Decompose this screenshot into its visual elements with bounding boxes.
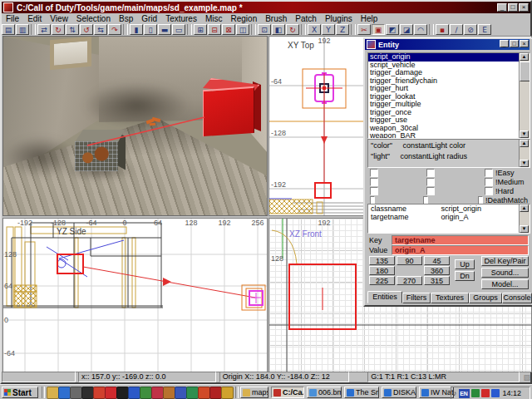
angle-down-button[interactable]: Dn	[455, 271, 475, 281]
angle-180-button[interactable]: 180	[369, 266, 395, 275]
selected-brush-xy[interactable]	[315, 183, 331, 198]
free-rotate-button[interactable]: ↻	[286, 24, 299, 35]
menu-view[interactable]: View	[46, 14, 72, 23]
tray-icon-1[interactable]	[471, 389, 480, 397]
quicklaunch-icon-11[interactable]	[163, 387, 175, 399]
edge-mode-button[interactable]: ∕	[450, 24, 463, 35]
clipper-button[interactable]: ▣	[372, 24, 385, 35]
camera-viewport-3d[interactable]	[2, 36, 268, 216]
menu-plugins[interactable]: Plugins	[321, 14, 357, 23]
angle-315-button[interactable]: 315	[424, 276, 450, 285]
csg-wireframe-button[interactable]: ◫	[236, 24, 249, 35]
crate-brush-xy[interactable]	[269, 200, 313, 214]
tab-entities[interactable]: Entities	[367, 291, 402, 303]
scroll-up-icon[interactable]: ▲	[520, 140, 529, 147]
axis-x-button[interactable]: X	[308, 24, 321, 35]
spawnflag-checkbox[interactable]	[426, 178, 435, 186]
menu-misc[interactable]: Misc	[201, 14, 227, 23]
quicklaunch-icon-1[interactable]	[47, 387, 59, 399]
key-value-list[interactable]: classname script_origin targetname origi…	[367, 204, 530, 234]
cubic-clip-button[interactable]: ◧	[272, 24, 285, 35]
del-keypair-button[interactable]: Del Key/Pair	[481, 256, 529, 266]
tray-icon-2[interactable]	[481, 389, 490, 397]
spawnflag-checkbox[interactable]	[426, 187, 435, 195]
language-indicator[interactable]: EN	[459, 389, 470, 398]
quicklaunch-icon-4[interactable]	[81, 387, 94, 399]
menu-patch[interactable]: Patch	[291, 14, 321, 23]
selected-brush-yz[interactable]	[57, 254, 83, 273]
quicklaunch-icon-13[interactable]	[186, 387, 199, 399]
quicklaunch-icon-16[interactable]	[221, 387, 234, 399]
menu-selection[interactable]: Selection	[72, 14, 115, 23]
menu-edit[interactable]: Edit	[23, 14, 46, 23]
title-bar[interactable]: C:/Call of Duty/Tools/game/main/maps/sd_…	[2, 2, 530, 13]
quicklaunch-icon-12[interactable]	[175, 387, 187, 399]
menu-file[interactable]: File	[2, 14, 23, 23]
menu-textures[interactable]: Textures	[161, 14, 201, 23]
class-list-scrollbar[interactable]: ▲ ▼	[519, 53, 530, 138]
model-button[interactable]: Model...	[481, 279, 529, 289]
axis-y-button[interactable]: Y	[322, 24, 335, 35]
scroll-down-icon[interactable]: ▼	[520, 160, 529, 167]
flip-x-button[interactable]: ⇄	[37, 24, 51, 35]
csg-subtract-button[interactable]: ⊟	[208, 24, 221, 35]
axis-z-button[interactable]: Z	[336, 24, 349, 35]
dialog-close-button[interactable]: ×	[520, 40, 529, 47]
tab-console[interactable]: Console	[502, 293, 532, 303]
key-value-row[interactable]: targetname origin_A	[368, 213, 530, 221]
quicklaunch-icon-5[interactable]	[93, 387, 106, 399]
spawnflag-checkbox[interactable]	[426, 169, 435, 177]
spawnflag-checkbox[interactable]	[370, 169, 378, 177]
menu-region[interactable]: Region	[227, 14, 262, 23]
spawnflag-checkbox-medium[interactable]	[485, 178, 493, 186]
angle-225-button[interactable]: 225	[369, 276, 395, 285]
scroll-up-icon[interactable]: ▲	[520, 53, 529, 61]
cap-current-button[interactable]: ◠	[414, 24, 427, 35]
rotate-y-button[interactable]: ↺	[80, 24, 93, 35]
origin-entity-yz[interactable]	[242, 285, 265, 310]
start-button[interactable]: Start	[2, 387, 38, 398]
scroll-up-icon[interactable]: ▲	[520, 204, 529, 212]
spawnflag-checkbox-hard[interactable]	[485, 187, 493, 195]
quicklaunch-icon-6[interactable]	[105, 387, 117, 399]
dialog-minimize-button[interactable]: _	[500, 40, 509, 47]
tab-textures[interactable]: Textures	[431, 293, 469, 303]
taskbar-button-diska[interactable]: DISKA...	[382, 387, 416, 398]
spawnflag-checkbox[interactable]	[370, 178, 378, 186]
volume-icon[interactable]: ♪	[453, 389, 457, 397]
taskbar-button-006bmp[interactable]: 006.bm...	[307, 387, 342, 398]
select-partial-tall-button[interactable]: ▬	[158, 24, 171, 35]
flip-z-button[interactable]: ⇆	[94, 24, 107, 35]
crate-brush-yz[interactable]	[14, 292, 37, 308]
resize-grip[interactable]: ▨	[523, 373, 530, 382]
spawnflag-checkbox-deathmatch[interactable]	[478, 196, 483, 204]
origin-entity-xy[interactable]	[303, 69, 346, 108]
select-complete-tall-button[interactable]: ▮	[130, 24, 143, 35]
description-scrollbar[interactable]: ▲ ▼	[519, 140, 530, 167]
pairs-scrollbar[interactable]: ▲ ▼	[519, 204, 530, 233]
angle-up-button[interactable]: Up	[455, 259, 475, 269]
tray-icon-3[interactable]	[491, 389, 500, 397]
taskbar-button-editor[interactable]: C:/Ca...	[271, 387, 304, 398]
split-selected-button[interactable]: ◩	[386, 24, 399, 35]
taskbar-button-maps[interactable]: maps	[240, 387, 268, 398]
quicklaunch-icon-8[interactable]	[128, 387, 140, 399]
key-value-row[interactable]: classname script_origin	[368, 204, 530, 213]
select-inside-button[interactable]: ▭	[172, 24, 185, 35]
scroll-down-icon[interactable]: ▼	[520, 131, 529, 138]
vertex-mode-button[interactable]: ▪	[436, 24, 449, 35]
scissors-button[interactable]: ✂	[357, 24, 371, 35]
csg-hollow-button[interactable]: ⊠	[222, 24, 235, 35]
angle-90-button[interactable]: 90	[397, 256, 422, 265]
scroll-down-icon[interactable]: ▼	[520, 225, 529, 233]
quicklaunch-icon-9[interactable]	[140, 387, 152, 399]
brush-outline-tan[interactable]	[317, 202, 323, 214]
minimize-button[interactable]: _	[497, 3, 507, 12]
yz-side-viewport[interactable]: -192 -128 -64 0 64 128 192 256 128 64 0 …	[2, 218, 268, 372]
angle-45-button[interactable]: 45	[424, 256, 450, 265]
quicklaunch-icon-7[interactable]	[116, 387, 129, 399]
key-input[interactable]: targetname	[392, 235, 529, 245]
rotate-z-button[interactable]: ↷	[108, 24, 121, 35]
select-touching-button[interactable]: ▯	[144, 24, 157, 35]
quicklaunch-icon-3[interactable]	[70, 387, 82, 399]
